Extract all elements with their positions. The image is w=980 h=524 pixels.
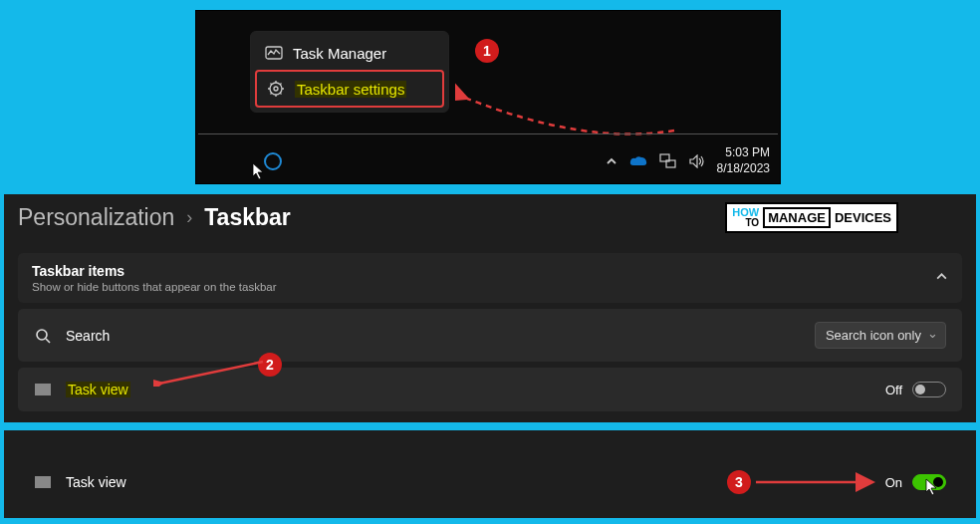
breadcrumb-parent[interactable]: Personalization [18,204,174,231]
task-view-icon [34,473,52,491]
menu-item-task-manager[interactable]: Task Manager [255,36,444,70]
menu-label: Task Manager [293,45,386,62]
row-label: Search [66,328,110,344]
svg-point-2 [274,87,278,91]
row-label: Task view [66,382,130,397]
section-subtitle: Show or hide buttons that appear on the … [32,281,277,293]
row-task-view-on: Task view On [18,460,962,504]
row-label: Task view [66,474,126,490]
search-icon [34,327,52,345]
divider [198,133,778,134]
chevron-up-icon[interactable] [606,155,617,167]
section-title: Taskbar items [32,263,277,279]
menu-label: Taskbar settings [295,81,406,98]
date: 8/18/2023 [717,161,770,177]
annotation-badge-3: 3 [727,470,751,494]
taskbar-context-panel: Task Manager Taskbar settings 1 [195,10,781,184]
task-view-icon [34,381,52,398]
cursor-icon [252,162,266,184]
row-task-view-off: Task view Off [18,368,962,411]
onedrive-icon[interactable] [629,155,647,167]
network-icon[interactable] [659,153,677,169]
gear-icon [267,80,285,98]
taskbar-items-header[interactable]: Taskbar items Show or hide buttons that … [18,253,962,303]
system-tray: 5:03 PM 8/18/2023 [606,145,770,176]
toggle-state: Off [885,383,902,397]
settings-taskbar-panel-on: Task view On 3 [4,430,976,518]
context-menu: Task Manager Taskbar settings [250,31,449,113]
clock[interactable]: 5:03 PM 8/18/2023 [717,145,770,176]
svg-point-5 [37,330,47,340]
chevron-right-icon: › [186,207,192,228]
breadcrumb-current: Taskbar [204,204,291,231]
cursor-icon [925,478,939,499]
task-view-toggle-off[interactable] [912,382,946,397]
chevron-up-icon [935,270,948,286]
annotation-arrow-1 [455,56,684,135]
cortana-icon[interactable] [264,152,282,170]
annotation-badge-1: 1 [475,39,499,63]
toggle-state: On [885,475,902,490]
volume-icon[interactable] [689,154,705,168]
menu-item-taskbar-settings[interactable]: Taskbar settings [255,70,444,108]
annotation-badge-2: 2 [258,353,282,377]
time: 5:03 PM [717,145,770,161]
watermark-logo: HOW TO MANAGE DEVICES [725,202,898,233]
task-manager-icon [265,44,283,62]
search-dropdown[interactable]: Search icon only [815,322,946,349]
row-search: Search Search icon only [18,309,962,362]
settings-taskbar-panel: Personalization › Taskbar HOW TO MANAGE … [4,194,976,422]
